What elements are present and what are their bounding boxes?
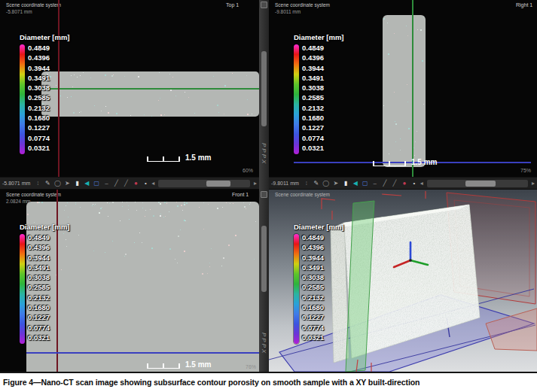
slice-toolbar-left: -5.8071 mm ⁞✎◯➤▮◀▢–╱╱●• ◂ ▸ — [0, 177, 259, 190]
minus-icon[interactable]: – — [102, 180, 110, 187]
cursor-icon[interactable]: ➤ — [63, 180, 71, 187]
zoom-percent-label: 75% — [520, 168, 531, 173]
legend-value: 0.2585 — [302, 93, 324, 102]
scrollbar-thumb[interactable] — [206, 181, 231, 187]
legend-value: 0.4396 — [302, 242, 324, 252]
minus-icon[interactable]: – — [371, 180, 379, 187]
scroll-left-icon[interactable]: ◂ — [420, 180, 423, 187]
viewport-right-slice[interactable]: Scene coordinate system -9.8011 mm Right… — [269, 0, 537, 177]
watermark-glyphs: PPPX — [261, 333, 267, 354]
legend-value: 0.1680 — [302, 302, 324, 312]
legend-value: 0.1680 — [28, 302, 50, 312]
legend-value: 0.2585 — [28, 282, 50, 292]
diameter-legend: Diameter [mm] 0.48490.43960.39440.34910.… — [294, 33, 344, 154]
scene-system-label: Scene coordinate system — [6, 192, 61, 197]
blue-slice-line[interactable] — [26, 352, 259, 354]
legend-value: 0.0774 — [302, 323, 324, 333]
scale-bar-label: 1.5 mm — [185, 361, 211, 369]
vertical-scrollbar-thumb[interactable] — [261, 226, 267, 292]
ellipse-icon[interactable]: ◯ — [322, 180, 330, 187]
scrollbar-thumb[interactable] — [465, 181, 496, 187]
dot-icon[interactable]: • — [410, 180, 418, 187]
green-slice-line[interactable] — [412, 0, 413, 177]
scene-system-label: Scene coordinate system — [275, 2, 330, 8]
legend-value: 0.3944 — [302, 63, 324, 73]
legend-value: 0.4849 — [28, 43, 50, 53]
slice-bar-icon[interactable]: ▮ — [73, 180, 81, 187]
cursor-icon[interactable]: ➤ — [332, 180, 340, 187]
viewport-front-slice[interactable]: Scene coordinate system 2.0824 mm Front … — [0, 190, 259, 372]
scroll-right-icon[interactable]: ▸ — [254, 180, 257, 187]
diameter-legend: Diameter [mm] 0.48490.43960.39440.34910.… — [20, 223, 70, 344]
legend-colorbar — [20, 44, 25, 154]
scale-bar: 1.5 mm — [373, 159, 437, 166]
legend-value: 0.3491 — [28, 263, 50, 272]
divider-dots-icon[interactable]: ⁞ — [34, 180, 41, 187]
legend-value: 0.2585 — [28, 93, 50, 102]
ruler-alt-icon[interactable]: ╱ — [122, 180, 130, 187]
horizontal-scrollbar[interactable] — [427, 180, 528, 187]
pencil-icon[interactable]: ✎ — [44, 180, 51, 187]
legend-value: 0.1227 — [302, 123, 324, 132]
legend-value: 0.4396 — [28, 242, 50, 252]
region-box-icon[interactable]: ▢ — [93, 180, 100, 187]
scale-bar-label: 1.5 mm — [185, 154, 211, 162]
legend-value: 0.3491 — [302, 73, 324, 83]
view-name-label: Front 1 — [232, 192, 249, 197]
clip-marker-icon[interactable]: ◀ — [352, 180, 359, 187]
viewport-corner-button[interactable] — [261, 2, 267, 8]
ruler-alt-icon[interactable]: ╱ — [391, 180, 398, 187]
legend-value: 0.2132 — [302, 103, 324, 113]
ellipse-icon[interactable]: ◯ — [53, 180, 61, 187]
brush-icon[interactable]: ● — [132, 180, 139, 187]
brush-icon[interactable]: ● — [401, 180, 408, 187]
legend-value: 0.1227 — [28, 312, 50, 322]
vertical-scrollbar-thumb[interactable] — [261, 51, 267, 126]
vertical-splitter[interactable]: PPPX PPPX — [259, 0, 269, 372]
scale-bar-glyph — [147, 156, 180, 162]
legend-value: 0.1680 — [28, 113, 50, 123]
legend-title: Diameter [mm] — [20, 33, 70, 41]
ruler-icon[interactable]: ╱ — [112, 180, 120, 187]
legend-title: Diameter [mm] — [294, 33, 344, 41]
watermark-glyphs: PPPX — [261, 143, 267, 165]
slice-position-label: -5.8071 mm — [6, 9, 32, 14]
legend-value: 0.4396 — [28, 53, 50, 62]
viewport-3d-view[interactable]: Scene coordinate system Diameter [mm] 0.… — [269, 190, 537, 372]
legend-value: 0.3038 — [302, 272, 324, 282]
slice-position-label: -9.8011 mm — [275, 9, 301, 14]
horizontal-scrollbar[interactable] — [158, 180, 250, 187]
scale-bar-label: 1.5 mm — [411, 159, 437, 166]
diameter-legend: Diameter [mm] 0.48490.43960.39440.34910.… — [20, 33, 70, 154]
legend-value: 0.4849 — [302, 43, 324, 53]
ruler-icon[interactable]: ╱ — [381, 180, 389, 187]
legend-value: 0.1227 — [302, 312, 324, 322]
scene-system-label: Scene coordinate system — [275, 192, 330, 197]
legend-value: 0.2585 — [302, 282, 324, 292]
legend-colorbar — [294, 234, 299, 344]
ct-slice-top — [41, 71, 259, 117]
legend-value: 0.0774 — [302, 133, 324, 143]
dot-icon[interactable]: • — [142, 180, 149, 187]
view-name-label: Right 1 — [516, 2, 532, 8]
slice-position-label: 2.0824 mm — [6, 199, 31, 204]
legend-value: 0.4849 — [302, 232, 324, 242]
viewport-top-slice[interactable]: Scene coordinate system -5.8071 mm Top 1… — [0, 0, 259, 177]
region-box-icon[interactable]: ▢ — [362, 180, 369, 187]
legend-value: 0.1227 — [28, 123, 50, 132]
legend-value: 0.4396 — [302, 53, 324, 62]
divider-dots-icon[interactable]: ⁞ — [303, 180, 310, 187]
slice-toolbar-right: -9.8011 mm ⁞✎◯➤▮◀▢–╱╱●• ◂ ▸ — [269, 177, 537, 190]
viewport-corner-button[interactable] — [261, 191, 267, 198]
scale-bar: 1.5 mm — [147, 154, 211, 162]
green-slice-line[interactable] — [41, 88, 259, 90]
clip-marker-icon[interactable]: ◀ — [83, 180, 90, 187]
slice-bar-icon[interactable]: ▮ — [342, 180, 349, 187]
pencil-icon[interactable]: ✎ — [313, 180, 320, 187]
scroll-left-icon[interactable]: ◂ — [151, 180, 154, 187]
legend-value: 0.3491 — [302, 263, 324, 272]
legend-value: 0.3038 — [28, 272, 50, 282]
legend-value: 0.2132 — [28, 103, 50, 113]
figure-caption: Figure 4—Nano-CT scan image showing subs… — [3, 378, 420, 387]
scroll-right-icon[interactable]: ▸ — [532, 180, 535, 187]
